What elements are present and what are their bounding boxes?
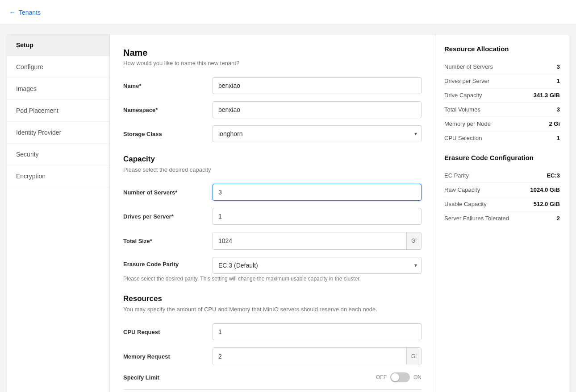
capacity-section: Capacity Please select the desired capac… <box>123 155 422 282</box>
resource-allocation-rows: Number of Servers3Drives per Server1Driv… <box>444 60 560 145</box>
memory-request-label: Memory Request <box>123 353 213 360</box>
panel-row-value: 1 <box>557 135 560 141</box>
num-servers-input[interactable] <box>213 184 422 201</box>
panel-row-label: Memory per Node <box>444 120 491 127</box>
panel-row-label: Drives per Server <box>444 78 489 84</box>
panel-row-label: Total Volumes <box>444 106 480 113</box>
erasure-select[interactable]: EC:3 (Default) EC:2 EC:4 <box>213 257 422 274</box>
memory-request-wrapper: Gi <box>213 347 422 365</box>
resource-allocation-row: Total Volumes3 <box>444 103 560 117</box>
total-size-input[interactable] <box>213 232 406 249</box>
panel-row-value: 1 <box>557 78 560 84</box>
panel-row-label: CPU Selection <box>444 135 482 141</box>
specify-limit-toggle[interactable] <box>390 372 410 382</box>
back-label: Tenants <box>19 9 41 16</box>
erasure-select-wrapper: EC:3 (Default) EC:2 EC:4 ▾ <box>213 257 422 274</box>
resources-section-subtitle: You may specify the amount of CPU and Me… <box>123 306 422 313</box>
resources-section: Resources You may specify the amount of … <box>123 294 422 382</box>
sidebar: SetupConfigureImagesPod PlacementIdentit… <box>7 34 110 392</box>
name-input[interactable] <box>213 77 422 94</box>
erasure-hint: Please select the desired parity. This s… <box>123 276 422 282</box>
panel-row-value: 2 Gi <box>549 120 560 127</box>
erasure-code-config-title: Erasure Code Configuration <box>444 154 560 161</box>
sidebar-item-setup[interactable]: Setup <box>7 34 109 56</box>
footer-buttons: Cancel Create <box>123 389 422 392</box>
name-section-title: Name <box>123 48 422 58</box>
panel-row-value: 3 <box>557 106 560 113</box>
toggle-thumb <box>391 373 399 381</box>
specify-limit-label: Specify Limit <box>123 374 213 381</box>
storage-class-label: Storage Class <box>123 131 213 137</box>
top-bar: ← Tenants <box>0 0 576 25</box>
back-link[interactable]: ← Tenants <box>9 8 41 17</box>
name-label: Name* <box>123 83 213 89</box>
panel-row-value: 2 <box>557 215 560 222</box>
toggle-off-label: OFF <box>376 374 387 380</box>
name-section-subtitle: How would you like to name this new tena… <box>123 60 422 66</box>
panel-row-label: Drive Capacity <box>444 92 482 99</box>
sidebar-item-security[interactable]: Security <box>7 144 109 165</box>
num-servers-label: Number of Servers* <box>123 189 213 196</box>
namespace-label: Namespace* <box>123 107 213 113</box>
resource-allocation-row: Drive Capacity341.3 GiB <box>444 88 560 103</box>
resource-allocation-row: Number of Servers3 <box>444 60 560 74</box>
back-arrow-icon: ← <box>9 8 16 17</box>
resources-section-title: Resources <box>123 294 422 303</box>
sidebar-item-encryption[interactable]: Encryption <box>7 165 109 187</box>
total-size-label: Total Size* <box>123 238 213 244</box>
sidebar-item-images[interactable]: Images <box>7 78 109 100</box>
panel-row-label: Raw Capacity <box>444 186 480 193</box>
drives-per-server-label: Drives per Server* <box>123 213 213 220</box>
erasure-label: Erasure Code Parity <box>123 257 213 268</box>
panel-row-value: 341.3 GiB <box>534 92 560 99</box>
panel-row-value: EC:3 <box>547 172 560 179</box>
right-panel: Resource Allocation Number of Servers3Dr… <box>435 34 569 392</box>
erasure-code-row: Raw Capacity1024.0 GiB <box>444 183 560 197</box>
storage-class-select-wrapper: longhorn standard default ▾ <box>213 125 422 142</box>
specify-limit-toggle-wrapper: OFF ON <box>376 372 422 382</box>
name-section: Name How would you like to name this new… <box>123 48 422 142</box>
sidebar-item-configure[interactable]: Configure <box>7 56 109 78</box>
total-size-suffix: Gi <box>406 232 421 249</box>
resource-allocation-row: Drives per Server1 <box>444 74 560 88</box>
total-size-wrapper: Gi <box>213 232 422 250</box>
panel-row-label: Number of Servers <box>444 63 493 70</box>
erasure-code-row: Usable Capacity512.0 GiB <box>444 197 560 211</box>
panel-row-value: 1024.0 GiB <box>530 186 560 193</box>
panel-row-label: Server Failures Tolerated <box>444 215 509 222</box>
resource-allocation-title: Resource Allocation <box>444 45 560 53</box>
erasure-code-config-rows: EC ParityEC:3Raw Capacity1024.0 GiBUsabl… <box>444 169 560 225</box>
cpu-request-label: CPU Request <box>123 329 213 335</box>
drives-per-server-input[interactable] <box>213 208 422 225</box>
memory-suffix: Gi <box>406 348 421 365</box>
namespace-input[interactable] <box>213 101 422 118</box>
panel-row-value: 3 <box>557 63 560 70</box>
panel-row-label: EC Parity <box>444 172 469 179</box>
main-content: Name How would you like to name this new… <box>110 34 435 392</box>
toggle-on-label: ON <box>413 374 422 380</box>
sidebar-item-pod-placement[interactable]: Pod Placement <box>7 100 109 122</box>
erasure-code-row: EC ParityEC:3 <box>444 169 560 183</box>
resource-allocation-row: Memory per Node2 Gi <box>444 117 560 131</box>
panel-row-value: 512.0 GiB <box>534 201 560 207</box>
specify-limit-row: Specify Limit OFF ON <box>123 372 422 382</box>
memory-request-input[interactable] <box>213 348 406 365</box>
panel-row-label: Usable Capacity <box>444 201 487 207</box>
storage-class-select[interactable]: longhorn standard default <box>213 125 422 142</box>
resource-allocation-row: CPU Selection1 <box>444 131 560 145</box>
capacity-section-title: Capacity <box>123 155 422 164</box>
cpu-request-input[interactable] <box>213 323 422 340</box>
sidebar-item-identity-provider[interactable]: Identity Provider <box>7 122 109 144</box>
erasure-code-row: Server Failures Tolerated2 <box>444 211 560 225</box>
capacity-section-subtitle: Please select the desired capacity <box>123 166 422 173</box>
